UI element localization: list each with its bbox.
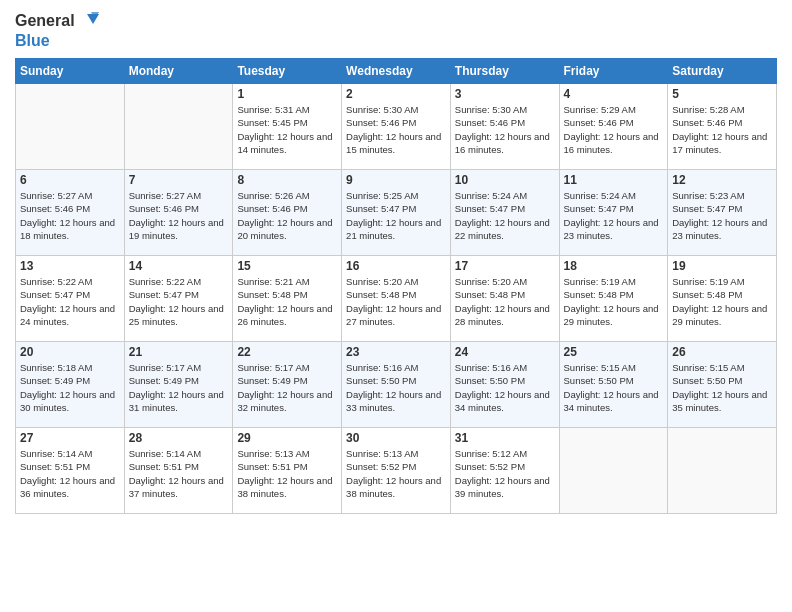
day-info: Sunrise: 5:22 AMSunset: 5:47 PMDaylight:… [20,275,120,328]
day-number: 26 [672,345,772,359]
day-number: 5 [672,87,772,101]
day-info: Sunrise: 5:24 AMSunset: 5:47 PMDaylight:… [564,189,664,242]
day-info: Sunrise: 5:18 AMSunset: 5:49 PMDaylight:… [20,361,120,414]
page-container: General Blue SundayMondayTuesdayWednesda… [0,0,792,524]
weekday-header-row: SundayMondayTuesdayWednesdayThursdayFrid… [16,59,777,84]
day-info: Sunrise: 5:24 AMSunset: 5:47 PMDaylight:… [455,189,555,242]
calendar-cell: 29Sunrise: 5:13 AMSunset: 5:51 PMDayligh… [233,428,342,514]
calendar-cell: 8Sunrise: 5:26 AMSunset: 5:46 PMDaylight… [233,170,342,256]
calendar-cell: 20Sunrise: 5:18 AMSunset: 5:49 PMDayligh… [16,342,125,428]
calendar-cell: 3Sunrise: 5:30 AMSunset: 5:46 PMDaylight… [450,84,559,170]
day-number: 7 [129,173,229,187]
day-number: 13 [20,259,120,273]
day-number: 6 [20,173,120,187]
calendar-week-row: 6Sunrise: 5:27 AMSunset: 5:46 PMDaylight… [16,170,777,256]
calendar-cell: 24Sunrise: 5:16 AMSunset: 5:50 PMDayligh… [450,342,559,428]
weekday-header: Wednesday [342,59,451,84]
day-number: 1 [237,87,337,101]
weekday-header: Monday [124,59,233,84]
day-info: Sunrise: 5:30 AMSunset: 5:46 PMDaylight:… [346,103,446,156]
day-info: Sunrise: 5:27 AMSunset: 5:46 PMDaylight:… [129,189,229,242]
day-info: Sunrise: 5:19 AMSunset: 5:48 PMDaylight:… [564,275,664,328]
day-number: 11 [564,173,664,187]
day-number: 18 [564,259,664,273]
day-info: Sunrise: 5:26 AMSunset: 5:46 PMDaylight:… [237,189,337,242]
day-info: Sunrise: 5:19 AMSunset: 5:48 PMDaylight:… [672,275,772,328]
day-info: Sunrise: 5:13 AMSunset: 5:51 PMDaylight:… [237,447,337,500]
logo-general: General [15,12,75,30]
calendar-cell: 1Sunrise: 5:31 AMSunset: 5:45 PMDaylight… [233,84,342,170]
calendar-week-row: 20Sunrise: 5:18 AMSunset: 5:49 PMDayligh… [16,342,777,428]
day-number: 19 [672,259,772,273]
calendar-cell: 27Sunrise: 5:14 AMSunset: 5:51 PMDayligh… [16,428,125,514]
calendar-cell [16,84,125,170]
day-info: Sunrise: 5:20 AMSunset: 5:48 PMDaylight:… [346,275,446,328]
calendar-cell: 18Sunrise: 5:19 AMSunset: 5:48 PMDayligh… [559,256,668,342]
calendar-cell: 21Sunrise: 5:17 AMSunset: 5:49 PMDayligh… [124,342,233,428]
calendar-cell: 31Sunrise: 5:12 AMSunset: 5:52 PMDayligh… [450,428,559,514]
day-number: 12 [672,173,772,187]
calendar-cell: 4Sunrise: 5:29 AMSunset: 5:46 PMDaylight… [559,84,668,170]
calendar-cell: 12Sunrise: 5:23 AMSunset: 5:47 PMDayligh… [668,170,777,256]
day-number: 29 [237,431,337,445]
day-info: Sunrise: 5:16 AMSunset: 5:50 PMDaylight:… [346,361,446,414]
day-number: 9 [346,173,446,187]
calendar-cell: 16Sunrise: 5:20 AMSunset: 5:48 PMDayligh… [342,256,451,342]
logo: General Blue [15,10,99,50]
calendar-cell: 30Sunrise: 5:13 AMSunset: 5:52 PMDayligh… [342,428,451,514]
calendar-cell: 10Sunrise: 5:24 AMSunset: 5:47 PMDayligh… [450,170,559,256]
day-number: 17 [455,259,555,273]
day-info: Sunrise: 5:14 AMSunset: 5:51 PMDaylight:… [129,447,229,500]
calendar-cell: 25Sunrise: 5:15 AMSunset: 5:50 PMDayligh… [559,342,668,428]
weekday-header: Tuesday [233,59,342,84]
calendar-cell [559,428,668,514]
day-info: Sunrise: 5:31 AMSunset: 5:45 PMDaylight:… [237,103,337,156]
day-info: Sunrise: 5:23 AMSunset: 5:47 PMDaylight:… [672,189,772,242]
calendar-cell: 22Sunrise: 5:17 AMSunset: 5:49 PMDayligh… [233,342,342,428]
day-info: Sunrise: 5:12 AMSunset: 5:52 PMDaylight:… [455,447,555,500]
day-number: 4 [564,87,664,101]
day-number: 25 [564,345,664,359]
calendar-cell: 7Sunrise: 5:27 AMSunset: 5:46 PMDaylight… [124,170,233,256]
header: General Blue [15,10,777,50]
day-info: Sunrise: 5:20 AMSunset: 5:48 PMDaylight:… [455,275,555,328]
day-number: 24 [455,345,555,359]
day-number: 2 [346,87,446,101]
calendar-cell: 19Sunrise: 5:19 AMSunset: 5:48 PMDayligh… [668,256,777,342]
calendar-week-row: 13Sunrise: 5:22 AMSunset: 5:47 PMDayligh… [16,256,777,342]
day-number: 15 [237,259,337,273]
weekday-header: Thursday [450,59,559,84]
calendar-cell: 9Sunrise: 5:25 AMSunset: 5:47 PMDaylight… [342,170,451,256]
calendar-cell: 26Sunrise: 5:15 AMSunset: 5:50 PMDayligh… [668,342,777,428]
calendar-cell: 17Sunrise: 5:20 AMSunset: 5:48 PMDayligh… [450,256,559,342]
day-number: 31 [455,431,555,445]
day-number: 23 [346,345,446,359]
weekday-header: Friday [559,59,668,84]
calendar-cell [668,428,777,514]
day-info: Sunrise: 5:29 AMSunset: 5:46 PMDaylight:… [564,103,664,156]
day-number: 8 [237,173,337,187]
calendar-cell: 6Sunrise: 5:27 AMSunset: 5:46 PMDaylight… [16,170,125,256]
day-info: Sunrise: 5:30 AMSunset: 5:46 PMDaylight:… [455,103,555,156]
logo-blue: Blue [15,32,50,50]
day-info: Sunrise: 5:22 AMSunset: 5:47 PMDaylight:… [129,275,229,328]
day-info: Sunrise: 5:17 AMSunset: 5:49 PMDaylight:… [237,361,337,414]
day-number: 28 [129,431,229,445]
day-number: 21 [129,345,229,359]
day-info: Sunrise: 5:25 AMSunset: 5:47 PMDaylight:… [346,189,446,242]
calendar-cell: 11Sunrise: 5:24 AMSunset: 5:47 PMDayligh… [559,170,668,256]
weekday-header: Sunday [16,59,125,84]
calendar-cell: 2Sunrise: 5:30 AMSunset: 5:46 PMDaylight… [342,84,451,170]
day-number: 30 [346,431,446,445]
day-info: Sunrise: 5:15 AMSunset: 5:50 PMDaylight:… [672,361,772,414]
day-info: Sunrise: 5:17 AMSunset: 5:49 PMDaylight:… [129,361,229,414]
day-number: 22 [237,345,337,359]
calendar-cell: 15Sunrise: 5:21 AMSunset: 5:48 PMDayligh… [233,256,342,342]
day-info: Sunrise: 5:16 AMSunset: 5:50 PMDaylight:… [455,361,555,414]
calendar-week-row: 27Sunrise: 5:14 AMSunset: 5:51 PMDayligh… [16,428,777,514]
day-info: Sunrise: 5:21 AMSunset: 5:48 PMDaylight:… [237,275,337,328]
day-info: Sunrise: 5:14 AMSunset: 5:51 PMDaylight:… [20,447,120,500]
day-number: 16 [346,259,446,273]
day-info: Sunrise: 5:27 AMSunset: 5:46 PMDaylight:… [20,189,120,242]
calendar-table: SundayMondayTuesdayWednesdayThursdayFrid… [15,58,777,514]
